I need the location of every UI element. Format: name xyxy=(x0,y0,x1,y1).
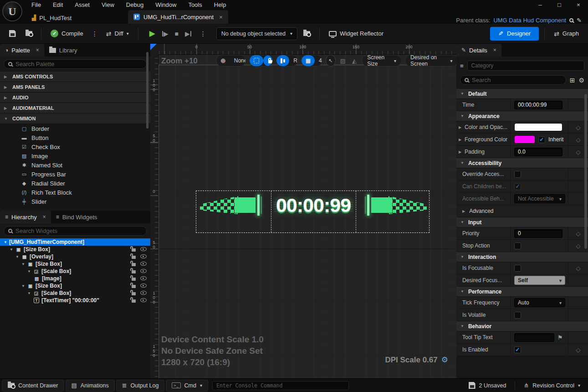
close-button[interactable]: × xyxy=(569,0,588,10)
unreal-logo[interactable]: U xyxy=(2,1,22,21)
play-button[interactable]: ▶ xyxy=(149,29,155,38)
menu-view[interactable]: View xyxy=(96,0,120,10)
hierarchy-row[interactable]: ▼◲[Scale Box] xyxy=(0,268,150,275)
hierarchy-row[interactable]: T[TextTimer] "00:00:00" xyxy=(0,297,150,304)
expander-icon[interactable]: ▼ xyxy=(27,291,33,295)
outline-selection-toggle[interactable] xyxy=(250,55,263,66)
details-scrollbar[interactable] xyxy=(584,94,587,249)
details-subsection-advanced[interactable]: ▶Advanced xyxy=(456,205,588,217)
reset-to-default-icon[interactable]: ◇ xyxy=(576,230,581,237)
reset-to-default-icon[interactable]: ◇ xyxy=(576,136,581,143)
dropdown[interactable]: Auto▾ xyxy=(514,298,565,307)
property-input[interactable] xyxy=(514,101,562,109)
checkered-flag-image-right[interactable] xyxy=(363,195,427,216)
unlock-icon[interactable] xyxy=(130,246,136,252)
tab-bind-widgets[interactable]: ≡ Bind Widgets xyxy=(51,211,102,223)
tab-palette[interactable]: ◑ Palette × xyxy=(0,44,44,57)
compile-button[interactable]: ✓ Compile xyxy=(47,27,87,41)
expander-icon[interactable]: ▼ xyxy=(10,248,15,252)
menu-tools[interactable]: Tools xyxy=(182,0,208,10)
hierarchy-row[interactable]: ▼◲[Scale Box] xyxy=(0,289,150,297)
fill-rule-toggle[interactable] xyxy=(276,55,289,66)
hierarchy-row[interactable]: ▼▩[Overlay] xyxy=(0,253,150,260)
visibility-eye-icon[interactable] xyxy=(140,298,147,302)
expander-icon[interactable]: ▼ xyxy=(15,255,21,259)
hierarchy-search[interactable] xyxy=(4,226,147,236)
tab-details[interactable]: ✎ Details × xyxy=(456,44,501,57)
hierarchy-row[interactable]: ▼[UMG_HudTimerComponent] xyxy=(0,238,150,246)
stop-button[interactable]: ■ xyxy=(175,30,179,37)
details-section-header[interactable]: ▼Default xyxy=(456,89,588,99)
property-input[interactable] xyxy=(514,148,562,156)
palette-search[interactable] xyxy=(4,59,147,69)
details-section-header[interactable]: ▼Appearance xyxy=(456,111,588,121)
unlock-icon[interactable] xyxy=(130,275,136,281)
hierarchy-row[interactable]: ▼▣[Size Box] xyxy=(0,260,150,268)
tab-close-icon[interactable]: × xyxy=(219,14,223,21)
checkbox[interactable]: ✓ xyxy=(514,346,521,353)
cursor-tool-button[interactable]: ↖ xyxy=(326,55,336,67)
palette-item[interactable]: ✱Named Slot xyxy=(0,160,150,170)
diff-button[interactable]: ⇄ Diff ▾ xyxy=(102,27,133,41)
localization-preview-button[interactable]: ⊕ xyxy=(216,55,230,66)
menu-file[interactable]: File xyxy=(26,0,47,10)
palette-item[interactable]: ▢Border xyxy=(0,124,150,133)
cmd-dropdown[interactable]: >_ Cmd ▾ xyxy=(166,380,208,392)
menu-edit[interactable]: Edit xyxy=(47,0,69,10)
widget-reflector-button[interactable]: Widget Reflector xyxy=(325,27,387,41)
close-icon[interactable]: × xyxy=(36,47,39,53)
debug-object-dropdown[interactable]: No debug object selected ▾ xyxy=(216,27,297,40)
reset-to-default-icon[interactable]: ◇ xyxy=(576,242,581,249)
expander-icon[interactable]: ▼ xyxy=(27,269,33,273)
parent-class-link[interactable]: UMG Data Hud Component xyxy=(493,17,566,24)
menu-asset[interactable]: Asset xyxy=(69,0,96,10)
checkbox[interactable] xyxy=(514,242,521,249)
save-button[interactable] xyxy=(5,27,19,41)
tab-library[interactable]: Library xyxy=(44,44,82,57)
dropdown[interactable]: Not Accessible▾ xyxy=(514,194,565,203)
inherit-checkbox[interactable]: ✓ xyxy=(538,136,545,143)
flag-icon[interactable]: ⚑ xyxy=(557,334,563,341)
palette-category[interactable]: ▶AUDIO xyxy=(0,93,150,103)
details-search[interactable] xyxy=(460,75,566,85)
palette-item[interactable]: ╪Slider xyxy=(0,197,150,206)
grid-snap-toggle[interactable]: ▦ xyxy=(302,55,315,66)
checkered-flag-image-left[interactable] xyxy=(200,195,264,216)
timer-text[interactable]: 00:00:99 xyxy=(271,191,356,219)
dropdown[interactable]: Self▾ xyxy=(514,276,565,285)
expander-icon[interactable]: ▶ xyxy=(459,125,462,129)
palette-category[interactable]: ▶AMS CONTROLS xyxy=(0,72,150,82)
flip-preview-button[interactable]: ◭ xyxy=(350,57,358,64)
palette-scrollbar[interactable] xyxy=(146,52,148,129)
search-icon[interactable] xyxy=(569,18,573,22)
details-search-input[interactable] xyxy=(472,77,562,83)
palette-category[interactable]: ▶AUDIOMATERIAL xyxy=(0,103,150,113)
hierarchy-row[interactable]: ▼▣[Size Box] xyxy=(0,246,150,253)
visibility-eye-icon[interactable] xyxy=(140,276,147,280)
palette-item[interactable]: ▭Progress Bar xyxy=(0,170,150,179)
visibility-eye-icon[interactable] xyxy=(140,247,147,251)
expander-icon[interactable]: ▶ xyxy=(459,150,462,154)
unlock-icon[interactable] xyxy=(130,290,136,296)
close-icon[interactable]: × xyxy=(493,47,496,53)
maximize-button[interactable]: □ xyxy=(550,0,569,10)
expander-icon[interactable]: ▼ xyxy=(21,284,27,288)
browse-debug-object-button[interactable] xyxy=(300,27,314,41)
designer-mode-button[interactable]: ✎ Designer xyxy=(490,27,539,41)
details-section-header[interactable]: ▼Performance xyxy=(456,287,588,297)
browse-to-asset-button[interactable] xyxy=(22,27,36,41)
reset-to-default-icon[interactable]: ◇ xyxy=(576,124,581,131)
content-drawer-button[interactable]: Content Drawer xyxy=(2,380,64,392)
console-command-input[interactable] xyxy=(212,381,349,390)
checkbox[interactable]: ✓ xyxy=(514,183,521,190)
level-asset-chip[interactable]: ▟ PL_HudTest xyxy=(26,12,78,24)
hierarchy-row[interactable]: ▼▣[Size Box] xyxy=(0,282,150,289)
palette-item[interactable]: TText xyxy=(0,206,150,209)
visibility-eye-icon[interactable] xyxy=(140,254,147,258)
display-filter-icon[interactable]: ⊞ xyxy=(570,77,575,84)
property-input[interactable] xyxy=(514,333,554,342)
respect-locks-toggle[interactable]: R xyxy=(289,55,297,66)
minimize-button[interactable]: – xyxy=(531,0,550,10)
expander-icon[interactable]: ▶ xyxy=(459,138,462,142)
unlock-icon[interactable] xyxy=(130,261,136,267)
